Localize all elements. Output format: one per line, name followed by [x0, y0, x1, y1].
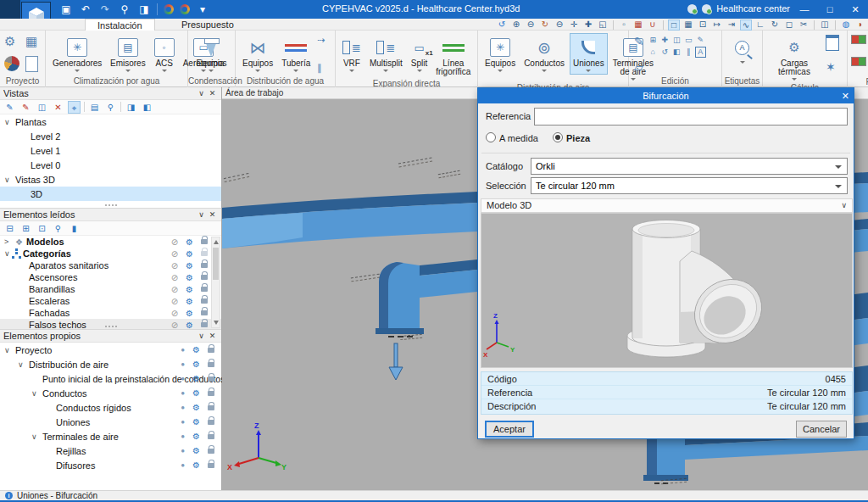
- link-all-icon[interactable]: ⊟: [3, 222, 16, 235]
- lock-icon[interactable]: [201, 239, 208, 244]
- lock-icon[interactable]: [208, 463, 214, 468]
- hatch-icon[interactable]: ▦: [632, 20, 644, 31]
- tree-item-modelos[interactable]: > ❖ Modelos ⊘⚙: [0, 236, 221, 248]
- tree-item-aparatos-sanitarios[interactable]: Aparatos sanitarios ⊘⚙: [0, 259, 221, 271]
- bim-sync-icon[interactable]: [687, 4, 697, 14]
- project-pie-icon[interactable]: [4, 56, 19, 71]
- collapse-panel-icon[interactable]: ∨: [196, 89, 207, 98]
- acs-button[interactable]: ◦ ACS: [151, 33, 178, 75]
- tree-item-rejillas[interactable]: Rejillas ●⚙: [0, 443, 221, 458]
- split-button[interactable]: ▭x1 Split: [408, 33, 431, 75]
- radio-a-medida[interactable]: [486, 132, 496, 142]
- library-icon[interactable]: ◨: [125, 101, 137, 114]
- modify-icon[interactable]: ✎: [695, 35, 706, 46]
- minimize-button[interactable]: —: [792, 0, 817, 19]
- duplicate-view-icon[interactable]: ◫: [36, 101, 48, 114]
- tree-item-fachadas[interactable]: Fachadas ⊘⚙: [0, 307, 221, 319]
- tree-item-plantas[interactable]: ∨ Plantas: [0, 114, 221, 129]
- angle-icon[interactable]: ∟: [754, 20, 766, 31]
- element-gear-icon[interactable]: ⚙: [186, 273, 193, 282]
- toggle-results-icon[interactable]: [851, 35, 866, 44]
- element-gear-icon[interactable]: ⚙: [192, 446, 200, 455]
- eraser-icon[interactable]: ▱: [634, 60, 644, 74]
- scroll-up-icon[interactable]: [214, 240, 219, 244]
- pipe-arrow-icon[interactable]: ⇢: [317, 35, 325, 46]
- link-search-icon[interactable]: ⚲: [52, 222, 64, 235]
- zoom-window-icon[interactable]: ⊖: [554, 20, 565, 31]
- lock-icon[interactable]: [201, 287, 208, 292]
- lock-icon[interactable]: [208, 449, 214, 454]
- conductos-button[interactable]: ⊚ Conductos: [520, 33, 568, 75]
- home-icon[interactable]: ⌂: [648, 47, 659, 58]
- visible-icon[interactable]: ●: [181, 346, 185, 354]
- lock-icon[interactable]: [208, 434, 214, 439]
- visible-icon[interactable]: ●: [181, 404, 185, 411]
- tree-item-distribucion-aire[interactable]: ∨ Distribución de aire ●⚙: [0, 357, 221, 371]
- lock-icon[interactable]: [208, 362, 214, 367]
- rotate-icon[interactable]: ↻: [769, 20, 781, 31]
- link-none-icon[interactable]: ⊡: [36, 222, 48, 235]
- selection-box-icon[interactable]: ▫: [618, 20, 630, 31]
- search-icon[interactable]: ⚲: [118, 3, 131, 16]
- polyline-icon[interactable]: ∿: [740, 20, 752, 31]
- tree-item-uniones[interactable]: Uniones ●⚙: [0, 415, 221, 429]
- radio-pieza-label[interactable]: Pieza: [566, 133, 590, 143]
- pan-icon[interactable]: ✛: [568, 20, 580, 31]
- lock-icon[interactable]: [208, 420, 214, 425]
- cut-icon[interactable]: ✂: [798, 20, 810, 31]
- aire-equipos-button[interactable]: ✳ Equipos: [481, 33, 519, 75]
- hidden-icon[interactable]: ⊘: [171, 309, 178, 318]
- toggle-errors-icon[interactable]: [851, 57, 866, 66]
- view-3d-icon[interactable]: ⌖: [68, 101, 81, 114]
- generadores-button[interactable]: ✳ Generadores: [49, 33, 105, 75]
- element-gear-icon[interactable]: ⚙: [192, 460, 200, 470]
- radio-a-medida-label[interactable]: A medida: [499, 133, 538, 143]
- scrollbar-thumb[interactable]: [213, 248, 219, 280]
- element-gear-icon[interactable]: ⚙: [192, 403, 200, 412]
- visible-icon[interactable]: ●: [181, 432, 185, 440]
- tuberia-button[interactable]: Tubería: [278, 33, 314, 75]
- hidden-icon[interactable]: ⊘: [171, 261, 178, 271]
- element-gear-icon[interactable]: ⚙: [186, 249, 193, 259]
- tree-item-conductos[interactable]: ∨ Conductos ●⚙: [0, 386, 221, 400]
- regenerate-icon[interactable]: ↻: [539, 20, 551, 31]
- tree-item-proyecto[interactable]: ∨ Proyecto ●⚙: [0, 343, 221, 357]
- tree-item-level2[interactable]: Level 2: [0, 129, 221, 143]
- tables-icon[interactable]: ▦: [25, 34, 44, 49]
- snap-point-icon[interactable]: ⊡: [697, 20, 709, 31]
- stretch-icon[interactable]: ▭: [683, 35, 694, 46]
- element-gear-icon[interactable]: ⚙: [192, 388, 200, 398]
- element-gear-icon[interactable]: ⚙: [192, 374, 200, 383]
- text-icon[interactable]: A: [695, 47, 706, 58]
- dimension-text-icon[interactable]: ⇥: [726, 20, 737, 31]
- seleccion-select[interactable]: Te circular 120 mm: [531, 177, 848, 194]
- chevron-open-icon[interactable]: ∨: [4, 249, 10, 258]
- delete-view-icon[interactable]: ✕: [52, 101, 64, 114]
- move-view-icon[interactable]: ✚: [582, 20, 594, 31]
- element-gear-icon[interactable]: ⚙: [186, 237, 193, 247]
- tree-item-vistas3d[interactable]: ∨ Vistas 3D: [0, 172, 221, 187]
- dialog-close-icon[interactable]: ✕: [842, 88, 849, 103]
- agua-equipos-button[interactable]: ⋈ Equipos: [239, 33, 276, 75]
- zoom-out-icon[interactable]: ⊖: [525, 20, 537, 31]
- chevron-open-icon[interactable]: ∨: [4, 346, 10, 354]
- edit-view-icon[interactable]: ✎: [3, 101, 16, 114]
- lock-icon[interactable]: [208, 391, 214, 396]
- lock-icon[interactable]: [201, 298, 208, 304]
- visible-icon[interactable]: ●: [181, 360, 185, 368]
- redo-icon[interactable]: ↷: [98, 3, 112, 16]
- copy-icon[interactable]: ◫: [671, 35, 682, 46]
- bim-share-mini-icon[interactable]: [180, 4, 190, 14]
- emisores-button[interactable]: ▤ Emisores: [107, 33, 149, 75]
- hidden-icon[interactable]: ⊘: [171, 297, 178, 306]
- hidden-icon[interactable]: ⊘: [171, 273, 178, 282]
- tree-item-conductos-rigidos[interactable]: Conductos rígidos ●⚙: [0, 400, 221, 415]
- calculator-icon[interactable]: [826, 35, 839, 51]
- visible-icon[interactable]: ●: [181, 461, 185, 469]
- close-panel-icon[interactable]: ✕: [207, 89, 218, 98]
- hidden-icon[interactable]: ⊘: [171, 249, 178, 259]
- lock-icon[interactable]: [201, 310, 208, 315]
- tree-item-ascensores[interactable]: Ascensores ⊘⚙: [0, 271, 221, 283]
- toolbar-options-caret-icon[interactable]: ▾: [196, 3, 209, 16]
- chevron-open-icon[interactable]: ∨: [18, 360, 24, 369]
